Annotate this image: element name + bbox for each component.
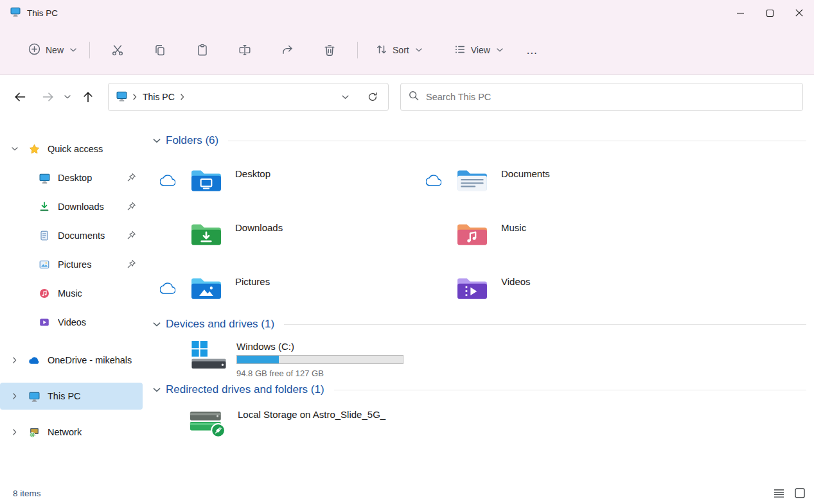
copy-button[interactable] bbox=[147, 37, 173, 63]
share-icon bbox=[281, 44, 294, 56]
chevron-down-icon bbox=[497, 48, 503, 52]
copy-icon bbox=[154, 44, 166, 56]
folder-item-videos[interactable]: Videos bbox=[419, 261, 695, 315]
downloads-icon bbox=[39, 201, 50, 213]
folders-grid: Desktop Documents bbox=[153, 153, 806, 315]
videos-icon bbox=[39, 317, 50, 328]
folder-item-documents[interactable]: Documents bbox=[419, 153, 695, 207]
pictures-folder-icon bbox=[190, 275, 222, 301]
paste-button[interactable] bbox=[190, 37, 215, 63]
chevron-right-icon[interactable] bbox=[10, 357, 19, 363]
up-button[interactable] bbox=[77, 86, 99, 108]
section-header-folders[interactable]: Folders (6) bbox=[153, 134, 806, 147]
details-view-icon[interactable] bbox=[774, 489, 784, 498]
chevron-down-icon[interactable] bbox=[153, 139, 161, 143]
close-button[interactable] bbox=[784, 0, 814, 26]
section-divider-line bbox=[228, 141, 806, 141]
chevron-right-icon[interactable] bbox=[10, 393, 19, 399]
pin-icon bbox=[127, 202, 136, 213]
drive-capacity-bar bbox=[236, 355, 403, 364]
section-divider-line bbox=[334, 390, 806, 390]
breadcrumb-this-pc[interactable]: This PC bbox=[143, 92, 175, 102]
forward-button[interactable] bbox=[37, 86, 59, 108]
chevron-down-icon bbox=[416, 48, 422, 52]
chevron-right-icon[interactable] bbox=[10, 429, 19, 435]
chevron-down-icon[interactable] bbox=[153, 322, 161, 327]
folder-item-desktop[interactable]: Desktop bbox=[153, 153, 419, 207]
section-title: Folders (6) bbox=[166, 134, 218, 147]
documents-icon bbox=[39, 230, 50, 241]
chevron-down-icon bbox=[70, 48, 76, 52]
drive-free-space-text: 94.8 GB free of 127 GB bbox=[236, 369, 403, 378]
address-dropdown-chevron-icon[interactable] bbox=[338, 91, 353, 103]
sidebar-item-desktop[interactable]: Desktop bbox=[0, 164, 143, 191]
onedrive-status-cloud-icon bbox=[425, 174, 442, 187]
view-list-icon bbox=[454, 44, 466, 57]
folder-item-music[interactable]: Music bbox=[419, 207, 695, 261]
large-icons-view-icon[interactable] bbox=[795, 488, 805, 498]
maximize-button[interactable] bbox=[755, 0, 784, 26]
folder-item-label: Pictures bbox=[235, 276, 270, 287]
breadcrumb-chevron-icon[interactable] bbox=[181, 94, 184, 100]
folder-item-downloads[interactable]: Downloads bbox=[153, 207, 419, 261]
sort-button[interactable]: Sort bbox=[369, 39, 429, 62]
redirected-drive-label: Local Storage on Astro_Slide_5G_ bbox=[238, 409, 385, 420]
section-header-redirected[interactable]: Redirected drives and folders (1) bbox=[153, 383, 806, 396]
documents-folder-icon bbox=[456, 168, 488, 193]
network-icon bbox=[28, 426, 40, 438]
redirected-drive-item[interactable]: Local Storage on Astro_Slide_5G_ bbox=[153, 406, 806, 440]
chevron-down-icon[interactable] bbox=[153, 388, 161, 392]
drive-item-windows-c[interactable]: Windows (C:) 94.8 GB free of 127 GB bbox=[153, 340, 806, 378]
sidebar-item-network[interactable]: Network bbox=[0, 419, 143, 446]
sidebar-item-label: Quick access bbox=[48, 144, 143, 154]
sidebar-item-videos[interactable]: Videos bbox=[0, 309, 143, 336]
new-button[interactable]: New bbox=[22, 38, 83, 62]
section-title: Redirected drives and folders (1) bbox=[166, 383, 324, 396]
sidebar-item-music[interactable]: Music bbox=[0, 280, 143, 307]
address-bar[interactable]: This PC bbox=[108, 83, 389, 111]
back-button[interactable] bbox=[9, 86, 31, 108]
more-options-button[interactable]: … bbox=[518, 40, 546, 61]
onedrive-status-cloud-icon bbox=[159, 282, 176, 295]
downloads-folder-icon bbox=[190, 222, 222, 247]
section-divider-line bbox=[284, 324, 806, 325]
folder-item-label: Music bbox=[501, 222, 526, 233]
window-title: This PC bbox=[27, 8, 58, 18]
sidebar-item-onedrive[interactable]: OneDrive - mikehals bbox=[0, 347, 143, 374]
share-button[interactable] bbox=[274, 37, 300, 63]
delete-icon bbox=[323, 44, 336, 56]
search-box[interactable] bbox=[400, 83, 803, 111]
navigation-pane: Quick access Desktop Downloads Documents… bbox=[0, 119, 143, 485]
navigation-bar: This PC bbox=[0, 75, 814, 119]
star-icon bbox=[28, 143, 40, 155]
breadcrumb-chevron-icon[interactable] bbox=[133, 94, 137, 100]
sidebar-item-label: Videos bbox=[58, 317, 143, 327]
pin-icon bbox=[127, 173, 136, 184]
sidebar-item-pictures[interactable]: Pictures bbox=[0, 251, 143, 278]
chevron-down-icon[interactable] bbox=[10, 147, 19, 151]
delete-button[interactable] bbox=[317, 37, 342, 63]
sidebar-item-quick-access[interactable]: Quick access bbox=[0, 135, 143, 162]
this-pc-monitor-icon bbox=[28, 390, 40, 402]
view-button[interactable]: View bbox=[448, 39, 509, 62]
rename-button[interactable] bbox=[232, 37, 258, 63]
folder-item-pictures[interactable]: Pictures bbox=[153, 261, 419, 315]
view-button-label: View bbox=[471, 45, 490, 55]
titlebar: This PC bbox=[0, 0, 814, 26]
search-input[interactable] bbox=[426, 92, 795, 102]
this-pc-monitor-icon bbox=[116, 91, 127, 104]
minimize-button[interactable] bbox=[725, 0, 755, 26]
pin-icon bbox=[127, 230, 136, 242]
file-explorer-window: This PC New bbox=[0, 0, 814, 504]
recent-locations-chevron-icon[interactable] bbox=[60, 86, 75, 108]
sidebar-item-label: Music bbox=[58, 288, 143, 299]
sidebar-item-this-pc[interactable]: This PC bbox=[0, 383, 143, 410]
music-icon bbox=[39, 288, 50, 299]
refresh-icon[interactable] bbox=[364, 88, 382, 106]
section-header-devices[interactable]: Devices and drives (1) bbox=[153, 318, 806, 331]
sidebar-item-documents[interactable]: Documents bbox=[0, 222, 143, 249]
cut-button[interactable] bbox=[105, 37, 130, 63]
this-pc-monitor-icon bbox=[10, 6, 21, 19]
sidebar-item-label: Network bbox=[48, 427, 143, 437]
sidebar-item-downloads[interactable]: Downloads bbox=[0, 193, 143, 220]
